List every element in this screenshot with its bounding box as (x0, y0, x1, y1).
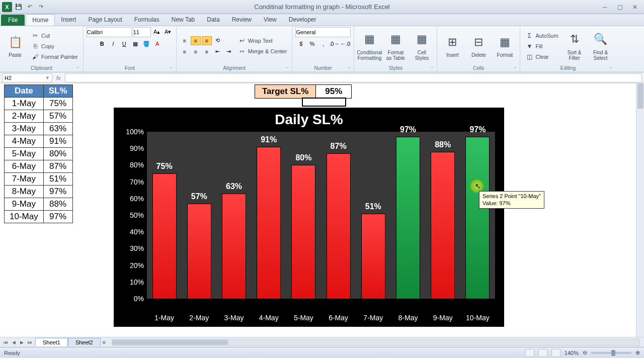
fill-color-button[interactable]: 🪣 (141, 39, 151, 48)
number-format-select[interactable] (295, 27, 351, 37)
merge-center-button[interactable]: ⇿Merge & Center (236, 46, 289, 56)
table-row[interactable]: 8-May97% (5, 186, 73, 198)
table-cell[interactable]: 4-May (5, 135, 44, 148)
table-cell[interactable]: 97% (43, 186, 72, 198)
sheet-nav-prev[interactable]: ◀ (10, 339, 17, 346)
conditional-formatting-button[interactable]: ▦Conditional Formatting (357, 31, 381, 62)
redo-icon[interactable]: ↷ (36, 3, 45, 12)
plot-area[interactable]: 75%57%63%91%80%87%51%97%88%97% (147, 132, 495, 299)
normal-view-button[interactable] (525, 349, 534, 357)
chart-bar[interactable]: 88% (431, 152, 455, 299)
table-cell[interactable]: 8-May (5, 186, 44, 198)
new-sheet-button[interactable]: ⊕ (101, 339, 108, 346)
page-break-view-button[interactable] (551, 349, 560, 357)
align-top-button[interactable]: ≡ (180, 36, 190, 45)
horizontal-scrollbar[interactable] (112, 339, 640, 346)
align-left-button[interactable]: ≡ (180, 47, 190, 56)
font-name-select[interactable] (87, 27, 132, 37)
selected-cell[interactable] (302, 98, 346, 107)
table-row[interactable]: 9-May88% (5, 198, 73, 211)
format-as-table-button[interactable]: ▦Format as Table (383, 31, 408, 62)
italic-button[interactable]: I (108, 39, 118, 48)
table-cell[interactable]: 10-May (5, 211, 44, 223)
vertical-scrollbar[interactable] (636, 83, 644, 337)
ribbon-tab-new-tab[interactable]: New Tab (166, 14, 201, 26)
align-right-button[interactable]: ≡ (202, 47, 212, 56)
undo-icon[interactable]: ↶ (25, 3, 34, 12)
table-cell[interactable]: 1-May (5, 98, 44, 110)
table-cell[interactable]: 5-May (5, 148, 44, 160)
indent-inc-button[interactable]: ⇥ (224, 47, 234, 56)
border-button[interactable]: ▦ (130, 39, 140, 48)
table-cell[interactable]: 51% (43, 173, 72, 186)
table-cell[interactable]: 7-May (5, 173, 44, 186)
save-icon[interactable]: 💾 (14, 3, 23, 12)
sort-filter-button[interactable]: ⇅Sort & Filter (562, 31, 587, 62)
table-cell[interactable]: 6-May (5, 160, 44, 173)
currency-button[interactable]: $ (296, 39, 306, 48)
table-cell[interactable]: 75% (43, 98, 72, 110)
scroll-thumb[interactable] (112, 340, 228, 345)
table-header[interactable]: Date (5, 85, 44, 98)
percent-button[interactable]: % (307, 39, 317, 48)
bold-button[interactable]: B (97, 39, 107, 48)
file-tab[interactable]: File (1, 15, 25, 26)
data-table[interactable]: DateSL% 1-May75%2-May57%3-May63%4-May91%… (4, 84, 73, 223)
chart-bar[interactable]: 63% (222, 194, 246, 299)
orientation-button[interactable]: ⟲ (213, 36, 223, 45)
ribbon-tab-view[interactable]: View (258, 14, 283, 26)
maximize-button[interactable]: ▢ (613, 2, 627, 12)
table-cell[interactable]: 91% (43, 135, 72, 148)
wrap-text-button[interactable]: ↩Wrap Text (236, 36, 289, 46)
comma-button[interactable]: , (318, 39, 328, 48)
copy-button[interactable]: ⎘Copy (29, 41, 80, 51)
ribbon-tab-insert[interactable]: Insert (55, 14, 82, 26)
align-center-button[interactable]: ≡ (191, 47, 201, 56)
autosum-button[interactable]: ΣAutoSum (523, 31, 560, 41)
grow-font-button[interactable]: A▴ (152, 27, 162, 36)
chart-bar[interactable]: 87% (327, 153, 351, 299)
fill-button[interactable]: ▼Fill (523, 41, 560, 51)
chart-bar[interactable]: 57% (187, 204, 211, 299)
align-bottom-button[interactable]: ≡ (202, 36, 212, 45)
underline-button[interactable]: U (119, 39, 129, 48)
ribbon-tab-formulas[interactable]: Formulas (128, 14, 166, 26)
chart-bar[interactable]: 97% (396, 137, 420, 299)
format-painter-button[interactable]: 🖌Format Painter (29, 52, 80, 62)
table-row[interactable]: 4-May91% (5, 135, 73, 148)
minimize-button[interactable]: ─ (598, 2, 612, 12)
table-cell[interactable]: 80% (43, 148, 72, 160)
align-middle-button[interactable]: ≡ (191, 36, 201, 45)
table-cell[interactable]: 97% (43, 211, 72, 223)
formula-input[interactable] (65, 73, 642, 82)
sheet-tab[interactable]: Sheet1 (35, 338, 68, 346)
table-row[interactable]: 7-May51% (5, 173, 73, 186)
chart-bar[interactable]: 51% (361, 214, 385, 299)
worksheet-area[interactable]: DateSL% 1-May75%2-May57%3-May63%4-May91%… (0, 83, 644, 337)
inc-decimal-button[interactable]: .0→ (329, 39, 339, 48)
font-size-select[interactable] (133, 27, 151, 37)
cut-button[interactable]: ✂Cut (29, 31, 80, 41)
table-cell[interactable]: 2-May (5, 110, 44, 123)
chart-bar[interactable]: 80% (291, 165, 315, 299)
table-cell[interactable]: 88% (43, 198, 72, 211)
sheet-nav-next[interactable]: ▶ (18, 339, 25, 346)
ribbon-tab-developer[interactable]: Developer (283, 14, 323, 26)
chart[interactable]: Daily SL% 0%10%20%30%40%50%60%70%80%90%1… (114, 108, 504, 327)
insert-cells-button[interactable]: ⊞Insert (440, 33, 464, 59)
scroll-thumb[interactable] (637, 83, 643, 109)
sheet-tab[interactable]: Sheet2 (68, 338, 101, 346)
ribbon-tab-data[interactable]: Data (201, 14, 225, 26)
shrink-font-button[interactable]: A▾ (163, 27, 173, 36)
table-row[interactable]: 2-May57% (5, 110, 73, 123)
cell-styles-button[interactable]: ▦Cell Styles (410, 31, 434, 62)
table-cell[interactable]: 57% (43, 110, 72, 123)
name-box[interactable]: H2▼ (2, 73, 52, 82)
table-cell[interactable]: 87% (43, 160, 72, 173)
sheet-nav-first[interactable]: ⏮ (2, 339, 9, 346)
close-button[interactable]: ✕ (628, 2, 642, 12)
indent-dec-button[interactable]: ⇤ (213, 47, 223, 56)
table-row[interactable]: 5-May80% (5, 148, 73, 160)
table-row[interactable]: 3-May63% (5, 123, 73, 135)
fx-icon[interactable]: fx (56, 75, 61, 81)
